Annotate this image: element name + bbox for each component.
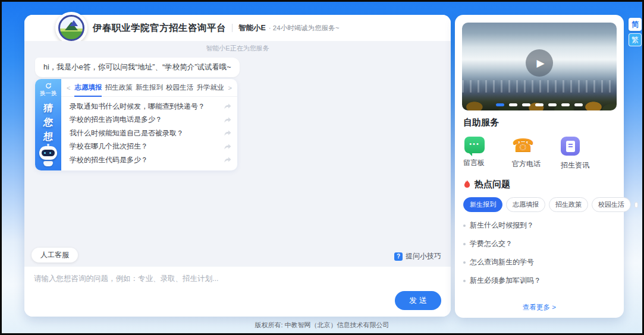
copyright-footer: 版权所有: 中教智网（北京）信息技术有限公司 bbox=[2, 321, 642, 330]
refresh-icon bbox=[45, 83, 52, 89]
guess-questions-panel: 换一换 猜 您 想 问 bbox=[35, 79, 237, 170]
question-tips-button[interactable]: ? 提问小技巧 bbox=[394, 251, 441, 261]
service-label: 官方电话 bbox=[512, 159, 541, 169]
send-button[interactable]: 发送 bbox=[395, 291, 441, 310]
carousel-dot[interactable] bbox=[509, 103, 517, 106]
tab-further-study-employment[interactable]: 升学就业 bbox=[197, 79, 224, 97]
bullet-icon bbox=[463, 261, 466, 264]
hot-tag-admission-policy[interactable]: 招生政策 bbox=[549, 197, 588, 212]
service-admission-news[interactable]: 招生资讯 bbox=[561, 137, 610, 170]
chat-card: 伊春职业学院官方招生咨询平台 智能小E · 24小时竭诚为您服务~ 智能小E正在… bbox=[24, 15, 451, 317]
news-paper-glyph bbox=[566, 141, 575, 152]
hot-questions-section: 热点问题 新生报到 志愿填报 招生政策 校园生活 » 新生什么时候报到？ bbox=[463, 179, 617, 286]
hot-tag-bar: 新生报到 志愿填报 招生政策 校园生活 » bbox=[463, 197, 617, 212]
chat-body: 智能小E正在为您服务 hi，我是小e答，你可以问我“地址”、“学校简介”试试看哦… bbox=[24, 41, 451, 267]
send-question-icon[interactable] bbox=[224, 157, 231, 163]
page-background: 伊春职业学院官方招生咨询平台 智能小E · 24小时竭诚为您服务~ 智能小E正在… bbox=[2, 2, 642, 333]
carousel-dot[interactable] bbox=[522, 103, 530, 106]
robot-body bbox=[43, 161, 53, 166]
self-service-title: 自助服务 bbox=[463, 117, 615, 128]
guess-tab-bar: < 志愿填报 招生政策 新生报到 校园生活 升学就业 > bbox=[61, 79, 237, 97]
board-dots: ••• bbox=[469, 141, 480, 147]
hot-flame-icon bbox=[463, 180, 471, 189]
play-icon: ▶ bbox=[534, 57, 544, 69]
chat-header: 伊春职业学院官方招生咨询平台 智能小E · 24小时竭诚为您服务~ bbox=[24, 15, 451, 41]
carousel-dot[interactable] bbox=[548, 103, 557, 106]
guess-question-text: 录取通知书什么时候发，哪能查到快递号？ bbox=[70, 102, 205, 112]
send-question-icon[interactable] bbox=[224, 117, 231, 123]
question-tips-label: 提问小技巧 bbox=[406, 251, 441, 261]
robot-mascot bbox=[38, 146, 58, 168]
guess-question-list: 录取通知书什么时候发，哪能查到快递号？ 学校的招生咨询电话是多少？ bbox=[61, 97, 237, 170]
bullet-icon bbox=[463, 280, 466, 282]
more-tags-button[interactable]: » bbox=[642, 199, 642, 211]
human-service-button[interactable]: 人工客服 bbox=[32, 248, 78, 263]
hot-tag-freshman-registration[interactable]: 新生报到 bbox=[463, 197, 502, 212]
hot-question-row[interactable]: 学费怎么交？ bbox=[463, 239, 617, 249]
guess-tabs: 志愿填报 招生政策 新生报到 校园生活 升学就业 bbox=[72, 79, 226, 97]
carousel-dots bbox=[462, 103, 617, 106]
hot-tag-clipped bbox=[634, 202, 638, 208]
hot-question-text: 新生什么时候报到？ bbox=[470, 220, 534, 230]
hot-question-row[interactable]: 怎么查询新生的学号 bbox=[463, 257, 617, 267]
hot-question-row[interactable]: 新生什么时候报到？ bbox=[463, 220, 617, 230]
service-official-phone[interactable]: ☎ 官方电话 bbox=[512, 137, 561, 170]
service-tagline: · 24小时竭诚为您服务~ bbox=[269, 24, 340, 33]
guess-question-row[interactable]: 学校在哪几个批次招生？ bbox=[70, 141, 231, 151]
lang-traditional-button[interactable]: 繁 bbox=[629, 33, 642, 46]
tab-freshman-registration[interactable]: 新生报到 bbox=[136, 79, 163, 97]
official-phone-icon: ☎ bbox=[512, 137, 534, 154]
tab-campus-life[interactable]: 校园生活 bbox=[166, 79, 193, 97]
college-logo-emblem bbox=[58, 15, 84, 41]
language-switcher: 简 繁 bbox=[629, 18, 642, 46]
title-divider bbox=[232, 24, 233, 32]
carousel-dot[interactable] bbox=[561, 103, 570, 106]
bot-status-text: 智能小E正在为您服务 bbox=[24, 41, 451, 53]
vertical-title-char: 您 bbox=[43, 115, 54, 129]
guess-question-row[interactable]: 我什么时候能知道自己是否被录取？ bbox=[70, 128, 231, 138]
campus-video-carousel[interactable]: ▶ bbox=[462, 23, 617, 110]
vertical-title-char: 猜 bbox=[43, 101, 54, 115]
hot-question-text: 学费怎么交？ bbox=[470, 239, 513, 249]
send-question-icon[interactable] bbox=[224, 103, 231, 109]
guess-question-text: 我什么时候能知道自己是否被录取？ bbox=[70, 128, 184, 138]
hot-question-list: 新生什么时候报到？ 学费怎么交？ 怎么查询新生的学号 新生必须参加军训吗？ bbox=[463, 220, 617, 286]
college-logo bbox=[55, 12, 87, 44]
refresh-label: 换一换 bbox=[40, 90, 57, 97]
guess-question-row[interactable]: 学校的招生咨询电话是多少？ bbox=[70, 115, 231, 125]
guess-question-row[interactable]: 学校的招生代码是多少？ bbox=[70, 155, 231, 165]
tabs-next-arrow[interactable]: > bbox=[227, 84, 234, 91]
guess-panel-content: < 志愿填报 招生政策 新生报到 校园生活 升学就业 > 录取通知书什么时候发，… bbox=[61, 79, 237, 170]
guess-question-text: 学校的招生代码是多少？ bbox=[70, 155, 148, 165]
guess-panel-strip: 换一换 猜 您 想 问 bbox=[35, 79, 61, 170]
send-question-icon[interactable] bbox=[224, 130, 231, 136]
view-more-link[interactable]: 查看更多 > bbox=[455, 303, 624, 312]
refresh-questions-button[interactable]: 换一换 bbox=[40, 83, 57, 97]
hot-tag-volunteer-filling[interactable]: 志愿填报 bbox=[506, 197, 545, 212]
bullet-icon bbox=[463, 225, 466, 227]
hot-question-text: 新生必须参加军训吗？ bbox=[470, 276, 541, 286]
welcome-message-bubble: hi，我是小e答，你可以问我“地址”、“学校简介”试试看哦~ bbox=[35, 58, 240, 77]
admission-news-icon bbox=[561, 137, 580, 156]
tab-admission-policy[interactable]: 招生政策 bbox=[105, 79, 133, 97]
message-input-area: 发送 bbox=[24, 267, 451, 317]
service-message-board[interactable]: ••• 留言板 bbox=[463, 137, 512, 170]
hot-questions-title: 热点问题 bbox=[475, 179, 510, 190]
play-video-button[interactable]: ▶ bbox=[526, 49, 553, 77]
guess-question-row[interactable]: 录取通知书什么时候发，哪能查到快递号？ bbox=[70, 102, 231, 112]
message-input[interactable] bbox=[24, 267, 451, 298]
lang-simplified-button[interactable]: 简 bbox=[629, 18, 642, 31]
carousel-dot[interactable] bbox=[535, 103, 544, 106]
platform-title: 伊春职业学院官方招生咨询平台 bbox=[93, 22, 226, 34]
carousel-dot[interactable] bbox=[574, 103, 583, 106]
bullet-icon bbox=[463, 243, 466, 245]
bot-name: 智能小E bbox=[238, 23, 266, 33]
vertical-title-char: 想 bbox=[43, 129, 54, 144]
hot-question-row[interactable]: 新生必须参加军训吗？ bbox=[463, 276, 617, 286]
send-question-icon[interactable] bbox=[224, 144, 231, 150]
header-title-row: 伊春职业学院官方招生咨询平台 智能小E · 24小时竭诚为您服务~ bbox=[93, 15, 339, 41]
hot-tag-campus-life[interactable]: 校园生活 bbox=[592, 197, 631, 212]
tab-volunteer-filling[interactable]: 志愿填报 bbox=[74, 79, 102, 97]
carousel-dot[interactable] bbox=[496, 103, 504, 106]
tabs-prev-arrow[interactable]: < bbox=[65, 84, 72, 91]
